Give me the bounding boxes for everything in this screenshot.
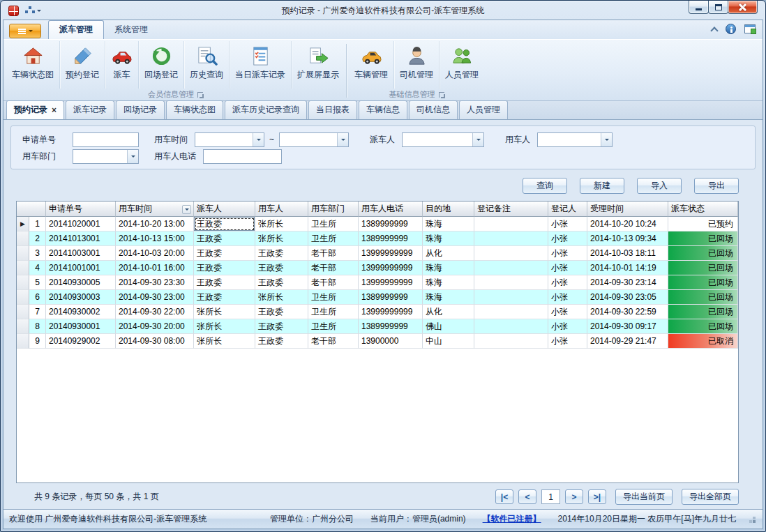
table-row[interactable]: 6201409300032014-09-30 23:00王政委张所长卫生所138…: [17, 290, 738, 305]
cell-dispatcher[interactable]: 王政委: [194, 217, 255, 231]
cell-request-no[interactable]: 20140930005: [46, 275, 116, 290]
close-button[interactable]: [728, 1, 758, 14]
table-row[interactable]: ▶1201410200012014-10-20 13:00王政委张所长卫生所13…: [17, 217, 738, 231]
cell-user[interactable]: 王政委: [255, 246, 308, 261]
column-header-accept-time[interactable]: 受理时间: [587, 202, 668, 217]
cell-user[interactable]: 王政委: [255, 334, 308, 349]
cell-dispatcher[interactable]: 张所长: [194, 319, 255, 334]
user-combo[interactable]: [537, 132, 613, 147]
column-header-destination[interactable]: 目的地: [423, 202, 474, 217]
cell-accept-time[interactable]: 2014-09-30 23:14: [587, 275, 668, 290]
tab-dispatch-history-query[interactable]: 派车历史记录查询: [225, 100, 307, 119]
ribbon-tab-system-management[interactable]: 系统管理: [104, 21, 158, 39]
cell-phone[interactable]: 1389999999: [359, 231, 423, 246]
cell-department[interactable]: 卫生所: [308, 290, 359, 305]
query-button[interactable]: 查询: [523, 178, 567, 194]
row-number-cell[interactable]: 8: [29, 319, 46, 334]
row-number-cell[interactable]: 2: [29, 231, 46, 246]
history-query-button[interactable]: 历史查询: [184, 41, 230, 89]
cell-department[interactable]: 卫生所: [308, 217, 359, 231]
cell-registrar[interactable]: 小张: [548, 305, 587, 319]
export-button[interactable]: 导出: [694, 178, 739, 194]
status-cell[interactable]: 已回场: [668, 261, 738, 275]
cell-registrar[interactable]: 小张: [548, 275, 587, 290]
column-header-phone[interactable]: 用车人电话: [359, 202, 423, 217]
cell-phone[interactable]: 13900000: [359, 334, 423, 349]
next-page-button[interactable]: >: [565, 489, 583, 504]
close-tab-icon[interactable]: ×: [52, 107, 57, 114]
page-input[interactable]: [541, 489, 560, 504]
cell-use-time[interactable]: 2014-09-30 08:00: [116, 334, 194, 349]
app-menu-button[interactable]: [9, 24, 41, 38]
column-header-dispatcher[interactable]: 派车人: [194, 202, 255, 217]
status-cell[interactable]: 已取消: [668, 334, 738, 349]
collapse-ribbon-icon[interactable]: [710, 26, 718, 34]
cell-phone[interactable]: 13999999999: [359, 305, 423, 319]
tab-return-records[interactable]: 回场记录: [116, 100, 165, 119]
cell-department[interactable]: 卫生所: [308, 305, 359, 319]
cell-accept-time[interactable]: 2014-10-13 09:34: [587, 231, 668, 246]
reservation-register-button[interactable]: 预约登记: [60, 41, 105, 89]
table-row[interactable]: 3201410030012014-10-03 20:00王政委王政委老干部139…: [17, 246, 738, 261]
title-bar[interactable]: 预约记录 - 广州爱奇迪软件科技有限公司-派车管理系统: [3, 1, 763, 20]
cell-registrar[interactable]: 小张: [548, 231, 587, 246]
license-link[interactable]: 【软件已注册】: [483, 513, 541, 525]
cell-user[interactable]: 张所长: [255, 217, 308, 231]
cell-destination[interactable]: 珠海: [423, 290, 474, 305]
cell-phone[interactable]: 13999999999: [359, 246, 423, 261]
column-header-remark[interactable]: 登记备注: [474, 202, 548, 217]
status-cell[interactable]: 已回场: [668, 275, 738, 290]
cell-department[interactable]: 卫生所: [308, 231, 359, 246]
cell-request-no[interactable]: 20140930002: [46, 305, 116, 319]
cell-registrar[interactable]: 小张: [548, 319, 587, 334]
column-header-department[interactable]: 用车部门: [308, 202, 359, 217]
info-icon[interactable]: [726, 24, 736, 34]
vehicle-manage-button[interactable]: 车辆管理: [349, 41, 394, 89]
cell-use-time[interactable]: 2014-10-13 15:00: [116, 231, 194, 246]
cell-registrar[interactable]: 小张: [548, 217, 587, 231]
table-row[interactable]: 2201410130012014-10-13 15:00王政委张所长卫生所138…: [17, 231, 738, 246]
export-current-page-button[interactable]: 导出当前页: [615, 489, 673, 505]
row-number-cell[interactable]: 7: [29, 305, 46, 319]
cell-dispatcher[interactable]: 王政委: [194, 261, 255, 275]
cell-accept-time[interactable]: 2014-09-29 21:47: [587, 334, 668, 349]
cell-destination[interactable]: 从化: [423, 246, 474, 261]
daily-dispatch-record-button[interactable]: 当日派车记录: [230, 41, 292, 89]
row-number-cell[interactable]: 3: [29, 246, 46, 261]
resize-grip-icon[interactable]: [753, 520, 756, 523]
cell-accept-time[interactable]: 2014-10-20 10:24: [587, 217, 668, 231]
department-combo[interactable]: [73, 149, 139, 164]
import-button[interactable]: 导入: [637, 178, 682, 194]
table-row[interactable]: 9201409290022014-09-30 08:00张所长王政委老干部139…: [17, 334, 738, 349]
cell-phone[interactable]: 1389999999: [359, 319, 423, 334]
cell-registrar[interactable]: 小张: [548, 290, 587, 305]
tab-dispatch-records[interactable]: 派车记录: [66, 100, 114, 119]
tab-vehicle-status-map[interactable]: 车辆状态图: [166, 100, 223, 119]
ribbon-tab-dispatch-management[interactable]: 派车管理: [48, 20, 104, 39]
cell-department[interactable]: 老干部: [308, 261, 359, 275]
driver-manage-button[interactable]: 司机管理: [394, 41, 440, 89]
cell-destination[interactable]: 佛山: [423, 319, 474, 334]
row-number-cell[interactable]: 5: [29, 275, 46, 290]
first-page-button[interactable]: |<: [495, 489, 513, 504]
cell-dispatcher[interactable]: 王政委: [194, 246, 255, 261]
cell-dispatcher[interactable]: 王政委: [194, 275, 255, 290]
column-header-user[interactable]: 用车人: [255, 202, 308, 217]
cell-department[interactable]: 卫生所: [308, 319, 359, 334]
row-number-cell[interactable]: 1: [29, 217, 46, 231]
request-no-input[interactable]: [73, 132, 139, 147]
cell-request-no[interactable]: 20140929002: [46, 334, 116, 349]
cell-destination[interactable]: 珠海: [423, 231, 474, 246]
column-header-registrar[interactable]: 登记人: [548, 202, 587, 217]
cell-remark[interactable]: [474, 319, 548, 334]
cell-registrar[interactable]: 小张: [548, 334, 587, 349]
tab-driver-info[interactable]: 司机信息: [409, 100, 458, 119]
cell-use-time[interactable]: 2014-09-30 23:30: [116, 275, 194, 290]
phone-input[interactable]: [203, 149, 282, 164]
cell-remark[interactable]: [474, 334, 548, 349]
personnel-manage-button[interactable]: 人员管理: [440, 41, 484, 89]
combo-dropdown-icon[interactable]: [472, 133, 483, 146]
cell-phone[interactable]: 1389999999: [359, 217, 423, 231]
cell-request-no[interactable]: 20140930001: [46, 319, 116, 334]
cell-destination[interactable]: 珠海: [423, 261, 474, 275]
